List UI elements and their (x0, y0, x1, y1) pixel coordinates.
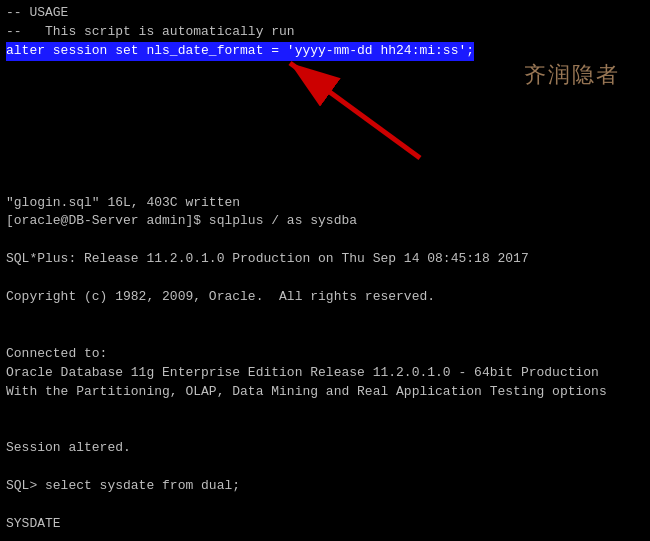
empty-18 (6, 326, 644, 345)
line-29: ------------------- (6, 534, 644, 541)
line-3-highlight: alter session set nls_date_format = 'yyy… (6, 42, 644, 61)
terminal-window: -- USAGE -- This script is automatically… (0, 0, 650, 541)
line-16-copyright: Copyright (c) 1982, 2009, Oracle. All ri… (6, 288, 644, 307)
line-11: "glogin.sql" 16L, 403C written (6, 194, 644, 213)
empty-9 (6, 156, 644, 175)
empty-27 (6, 496, 644, 515)
empty-5 (6, 80, 644, 99)
empty-15 (6, 269, 644, 288)
empty-4 (6, 61, 644, 80)
empty-7 (6, 118, 644, 137)
empty-22 (6, 401, 644, 420)
line-1: -- USAGE (6, 4, 644, 23)
empty-13 (6, 231, 644, 250)
highlight-text: alter session set nls_date_format = 'yyy… (6, 42, 474, 61)
line-2: -- This script is automatically run (6, 23, 644, 42)
line-12: [oracle@DB-Server admin]$ sqlplus / as s… (6, 212, 644, 231)
line-14: SQL*Plus: Release 11.2.0.1.0 Production … (6, 250, 644, 269)
empty-8 (6, 137, 644, 156)
line-24: Session altered. (6, 439, 644, 458)
empty-17 (6, 307, 644, 326)
line-19: Connected to: (6, 345, 644, 364)
empty-6 (6, 99, 644, 118)
empty-10 (6, 175, 644, 194)
line-26: SQL> select sysdate from dual; (6, 477, 644, 496)
empty-25 (6, 458, 644, 477)
line-21: With the Partitioning, OLAP, Data Mining… (6, 383, 644, 402)
line-20: Oracle Database 11g Enterprise Edition R… (6, 364, 644, 383)
empty-23 (6, 420, 644, 439)
line-28: SYSDATE (6, 515, 644, 534)
